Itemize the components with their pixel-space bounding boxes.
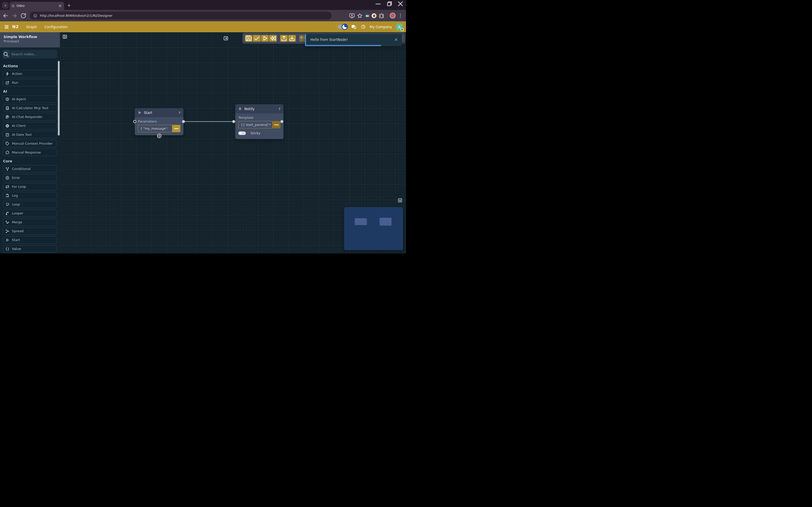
palette-item-label: Value [12,247,21,251]
template-input[interactable]: {{ start_params["r [238,121,272,128]
new-tab-icon[interactable]: + [67,3,71,8]
activity-clock-icon[interactable] [361,24,366,29]
bookmark-star-icon[interactable] [357,13,363,19]
forward-icon[interactable] [11,12,18,19]
kebab-menu-icon[interactable] [397,13,403,19]
palette-item-label: Spread [12,229,23,233]
palette-item-manual-context-provider[interactable]: Manual Context Provider [3,140,57,147]
palette-item-label: Manual Context Provider [12,142,53,146]
minimap[interactable] [344,207,403,250]
braces-icon [5,247,9,251]
sticky-toggle[interactable] [238,131,246,135]
reload-icon[interactable] [20,12,26,19]
palette-item-label: Log [12,193,18,198]
node-notify[interactable]: Notify ? Template {{ start_params["r Sti… [235,104,283,139]
extension-robot-icon[interactable] [365,13,370,18]
palette-item-start[interactable]: Start [3,236,57,243]
install-icon[interactable] [349,13,355,19]
minimap-node-notify [380,218,392,226]
brain-icon [5,97,9,101]
node-start-help[interactable]: ? [179,111,180,115]
browser-tab[interactable]: Odoo [10,2,64,10]
node-notify-help[interactable]: ? [279,107,280,111]
connection-edge[interactable] [184,121,234,122]
restore-icon[interactable] [384,0,395,8]
search-box[interactable] [3,50,57,58]
parameters-more-button[interactable] [172,125,180,132]
validate-button[interactable] [253,35,260,42]
tab-search-icon[interactable]: ∨ [2,2,9,9]
tab-close-icon[interactable] [58,4,62,8]
node-notify-header[interactable]: Notify ? [235,104,283,113]
import-button[interactable] [288,35,296,42]
node-start[interactable]: Start ? Parameters { "my_message": [135,108,183,135]
palette-item-action[interactable]: Action [3,70,57,77]
palette-section-title: AI [3,89,57,93]
notify-output-port[interactable] [280,120,283,123]
palette-item-conditional[interactable]: Conditional [3,165,57,173]
save-button[interactable] [245,35,252,42]
extension-owl-icon[interactable] [371,13,376,18]
extensions-puzzle-icon[interactable] [379,13,385,19]
add-node-plus-icon[interactable] [157,134,161,138]
parameters-input[interactable]: { "my_message": [138,125,172,132]
palette-item-loop[interactable]: Loop [3,201,57,208]
calendar-icon [5,133,9,137]
minimap-download-icon[interactable] [398,198,402,203]
palette-item-label: Merge [12,220,22,224]
toast-progress-bar [306,45,381,46]
company-name[interactable]: My Company [370,25,392,29]
url-text[interactable]: http://localhost:8069/odoo/n2/1/N2Design… [40,14,112,17]
palette-item-ai-client[interactable]: AIAI Client [3,122,57,129]
dark-mode-toggle[interactable] [338,25,347,29]
browser-toolbar: http://localhost:8069/odoo/n2/1/N2Design… [0,10,406,21]
palette-item-label: Run [12,81,18,84]
palette-item-manual-response[interactable]: Manual Response [3,149,57,156]
address-bar[interactable]: http://localhost:8069/odoo/n2/1/N2Design… [30,12,332,19]
open-panel-icon[interactable] [223,36,228,41]
avatar-letter: A [398,25,401,29]
export-button[interactable] [280,35,288,42]
run-button[interactable] [261,35,269,42]
user-avatar[interactable]: A [396,23,402,30]
node-palette-sidebar: Simple Workflow Processed ActionsActionR… [0,32,60,253]
divider [387,13,387,18]
palette-item-log[interactable]: LOGLog [3,192,57,199]
close-icon[interactable] [395,0,406,8]
notify-input-port[interactable] [232,120,235,123]
node-start-header[interactable]: Start ? [135,108,183,117]
node-palette-list: ActionsActionRunAIAI AgentAI Calculator … [0,61,60,253]
palette-item-for-loop[interactable]: For Loop [3,183,57,190]
start-output-port[interactable] [182,120,185,123]
palette-item-error[interactable]: Error [3,174,57,181]
palette-item-ai-chat-responder[interactable]: AI Chat Responder [3,113,57,120]
palette-item-value[interactable]: Value [3,245,57,252]
menu-configuration[interactable]: Configuration [44,25,68,29]
minimize-icon[interactable] [372,0,384,8]
palette-item-run[interactable]: Run [3,79,57,86]
site-info-icon[interactable] [33,14,37,18]
profile-avatar[interactable] [390,13,396,18]
merge-icon [5,220,9,224]
scrollbar-thumb[interactable] [58,61,60,135]
palette-item-looper[interactable]: Looper [3,210,57,217]
template-more-button[interactable] [272,121,280,128]
palette-item-label: For Loop [12,185,26,188]
menu-graph[interactable]: Graph [26,25,37,29]
palette-item-label: Error [12,176,20,180]
toast-close-icon[interactable] [394,38,398,42]
palette-item-merge[interactable]: Merge [3,219,57,226]
collapse-sidebar-icon[interactable] [62,34,67,39]
palette-item-ai-date-tool[interactable]: AI Date Tool [3,131,57,138]
back-icon[interactable] [2,12,9,19]
search-input[interactable] [9,50,57,58]
start-input-port[interactable]: ✦ [132,119,137,124]
rewind-button[interactable] [269,35,277,42]
apps-grid-icon[interactable] [4,24,9,29]
palette-item-ai-calculator-mcp-tool[interactable]: AI Calculator Mcp Tool [3,104,57,112]
workflow-canvas[interactable]: Hello from StartNode! Start ? Parameters… [60,32,406,253]
palette-item-spread[interactable]: Spread [3,227,57,235]
messages-icon[interactable] [351,24,357,30]
app-brand[interactable]: N2 [12,24,19,29]
palette-item-ai-agent[interactable]: AI Agent [3,96,57,103]
